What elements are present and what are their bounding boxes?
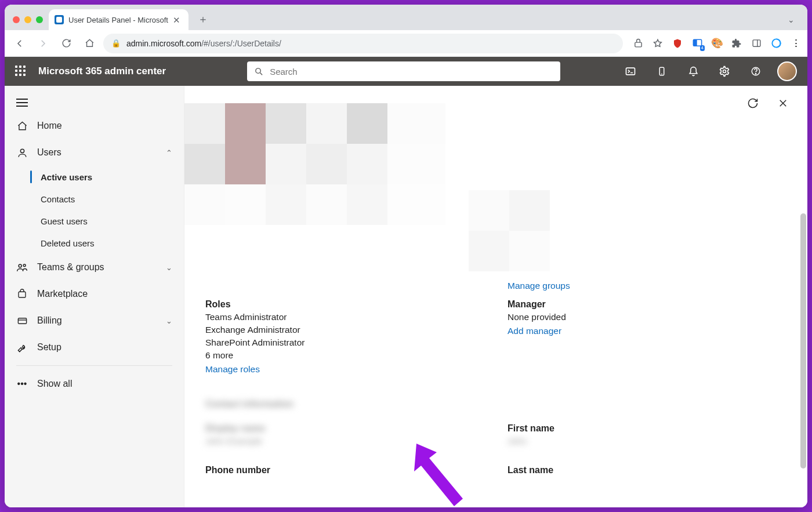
svg-rect-3 (753, 40, 760, 46)
search-icon (254, 67, 264, 77)
manage-groups-link[interactable]: Manage groups (507, 281, 570, 291)
nav-divider (16, 365, 172, 366)
address-bar[interactable]: 🔒 admin.microsoft.com/#/users/:/UserDeta… (103, 34, 623, 53)
window-zoom-button[interactable] (36, 16, 43, 23)
browser-tab-active[interactable]: User Details Panel - Microsoft ✕ (49, 9, 188, 30)
chevron-down-icon: ⌄ (166, 317, 172, 325)
help-icon[interactable] (746, 61, 766, 81)
nav-deleted-users[interactable]: Deleted users (5, 232, 184, 254)
nav-home[interactable]: Home (5, 112, 184, 139)
close-panel-button[interactable] (776, 96, 790, 110)
svg-point-15 (20, 149, 24, 152)
extension-misc-icon[interactable]: 🎨 (711, 38, 723, 49)
app-body: Home Users ⌃ Active users Contacts Guest… (5, 86, 807, 507)
manage-roles-link[interactable]: Manage roles (205, 364, 484, 375)
svg-rect-19 (18, 318, 26, 324)
left-navigation: Home Users ⌃ Active users Contacts Guest… (5, 86, 184, 507)
browser-window: User Details Panel - Microsoft ✕ ＋ ⌄ 🔒 a… (5, 5, 807, 507)
nav-setup[interactable]: Setup (5, 334, 184, 361)
teams-icon (16, 262, 28, 273)
browser-toolbar: 🔒 admin.microsoft.com/#/users/:/UserDeta… (5, 30, 807, 57)
extension-devtools-icon[interactable]: 4 (691, 38, 703, 49)
reload-button[interactable] (57, 34, 75, 53)
manager-value: None provided (507, 312, 786, 322)
extensions-puzzle-icon[interactable] (731, 38, 742, 49)
refresh-button[interactable] (746, 96, 760, 110)
scrollbar-thumb[interactable] (800, 213, 806, 469)
contact-info-heading: Contact information (205, 399, 484, 409)
svg-line-7 (260, 72, 263, 75)
settings-gear-icon[interactable] (715, 61, 734, 81)
tabs-overflow-button[interactable]: ⌄ (788, 15, 802, 30)
chevron-up-icon: ⌃ (166, 148, 172, 157)
forward-button[interactable] (34, 34, 52, 53)
nav-billing-label: Billing (37, 315, 62, 326)
extension-swirl-icon[interactable] (770, 38, 782, 49)
svg-point-6 (256, 68, 261, 73)
browser-actions: 4 🎨 ⋮ (628, 38, 802, 49)
panel-actions (746, 96, 790, 110)
search-input[interactable] (270, 67, 553, 77)
nav-marketplace-label: Marketplace (37, 289, 88, 299)
url-text: admin.microsoft.com/#/users/:/UserDetail… (126, 39, 281, 48)
svg-point-12 (723, 70, 726, 73)
nav-guest-users[interactable]: Guest users (5, 210, 184, 232)
mobile-device-icon[interactable] (652, 61, 672, 81)
roles-section: Roles Teams Administrator Exchange Admin… (205, 296, 484, 375)
side-panel-icon[interactable] (751, 38, 762, 49)
user-details-panel: Manage groups Roles Teams Administrator … (184, 86, 807, 507)
back-button[interactable] (10, 34, 29, 53)
account-avatar[interactable] (777, 61, 797, 81)
display-name-value: John Example (205, 436, 484, 446)
role-item: Teams Administrator (205, 312, 484, 322)
nav-show-all[interactable]: ••• Show all (5, 371, 184, 397)
window-minimize-button[interactable] (24, 16, 31, 23)
bookmark-star-icon[interactable] (652, 38, 664, 49)
nav-users[interactable]: Users ⌃ (5, 139, 184, 166)
nav-collapse-button[interactable] (5, 90, 184, 112)
svg-point-17 (23, 264, 26, 267)
browser-menu-icon[interactable]: ⋮ (790, 38, 802, 49)
add-manager-link[interactable]: Add manager (507, 326, 786, 336)
nav-active-users[interactable]: Active users (5, 166, 184, 188)
nav-show-all-label: Show all (37, 379, 72, 389)
display-name-label: Display name (205, 423, 484, 434)
nav-billing[interactable]: Billing ⌄ (5, 307, 184, 334)
new-tab-button[interactable]: ＋ (194, 10, 212, 28)
nav-teams-label: Teams & groups (37, 262, 104, 273)
tab-favicon (55, 15, 64, 24)
phone-number-label: Phone number (205, 465, 484, 475)
window-close-button[interactable] (13, 16, 20, 23)
manager-section: Manager None provided Add manager (507, 296, 786, 375)
window-controls (10, 16, 49, 30)
last-name-label: Last name (507, 465, 786, 475)
svg-rect-2 (693, 39, 697, 46)
nav-setup-label: Setup (37, 342, 61, 353)
roles-more-count: 6 more (205, 350, 484, 361)
tab-close-button[interactable]: ✕ (173, 16, 180, 24)
nav-teams-groups[interactable]: Teams & groups ⌄ (5, 254, 184, 281)
redacted-sideblock (469, 190, 550, 271)
first-name-value: John (507, 436, 786, 446)
notifications-icon[interactable] (683, 61, 703, 81)
extension-ublock-icon[interactable] (672, 38, 683, 49)
lock-icon: 🔒 (111, 39, 121, 48)
user-icon (16, 147, 28, 158)
nav-marketplace[interactable]: Marketplace (5, 281, 184, 307)
svg-rect-0 (635, 42, 641, 47)
home-button-browser[interactable] (80, 34, 99, 53)
svg-rect-8 (626, 68, 635, 75)
browser-tabstrip: User Details Panel - Microsoft ✕ ＋ ⌄ (5, 5, 807, 30)
wrench-icon (16, 342, 28, 353)
global-search[interactable] (247, 61, 560, 81)
share-icon[interactable] (632, 38, 644, 49)
panel-scrollbar[interactable] (800, 86, 806, 507)
role-item: SharePoint Administrator (205, 337, 484, 348)
app-launcher-icon[interactable] (15, 66, 27, 77)
extension-badge: 4 (700, 45, 705, 51)
shell-command-icon[interactable] (621, 61, 640, 81)
redacted-user-header (184, 103, 445, 225)
svg-point-14 (755, 74, 756, 74)
chevron-down-icon: ⌄ (166, 263, 172, 272)
nav-contacts[interactable]: Contacts (5, 188, 184, 210)
